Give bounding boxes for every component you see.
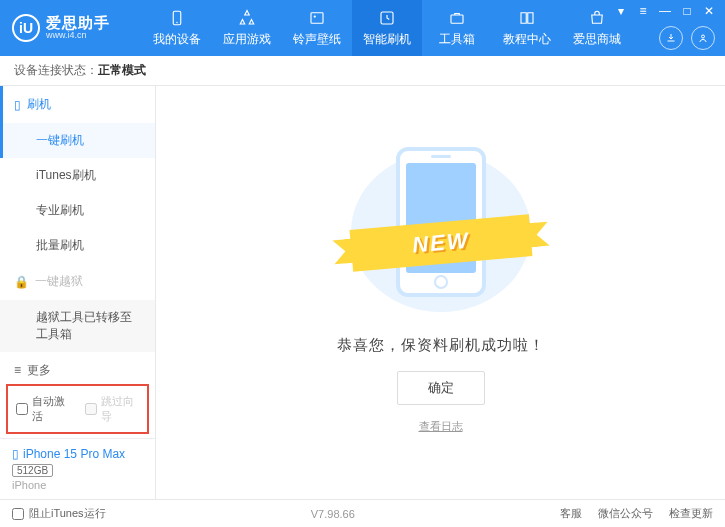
checkbox-input bbox=[85, 403, 97, 415]
svg-rect-2 bbox=[311, 13, 323, 24]
app-header: iU 爱思助手 www.i4.cn 我的设备 应用游戏 铃声壁纸 智能刷机 工具… bbox=[0, 0, 725, 56]
close-icon[interactable]: ✕ bbox=[701, 4, 717, 18]
lock-icon: 🔒 bbox=[14, 275, 29, 289]
svg-point-6 bbox=[702, 35, 705, 38]
sidebar-group-flash[interactable]: ▯ 刷机 bbox=[0, 86, 155, 123]
device-type: iPhone bbox=[12, 479, 143, 491]
device-name[interactable]: ▯ iPhone 15 Pro Max bbox=[12, 447, 143, 461]
checkbox-skip-guide[interactable]: 跳过向导 bbox=[85, 394, 140, 424]
phone-small-icon: ▯ bbox=[12, 447, 19, 461]
maximize-icon[interactable]: □ bbox=[679, 4, 695, 18]
footer-link-support[interactable]: 客服 bbox=[560, 506, 582, 521]
footer-link-update[interactable]: 检查更新 bbox=[669, 506, 713, 521]
sidebar-group-jailbreak: 🔒 一键越狱 bbox=[0, 263, 155, 300]
nav-my-device[interactable]: 我的设备 bbox=[142, 0, 212, 56]
footer-link-wechat[interactable]: 微信公众号 bbox=[598, 506, 653, 521]
sidebar-item-oneclick-flash[interactable]: 一键刷机 bbox=[0, 123, 155, 158]
highlight-box: 自动激活 跳过向导 bbox=[6, 384, 149, 434]
app-title: 爱思助手 bbox=[46, 15, 110, 32]
nav-toolbox[interactable]: 工具箱 bbox=[422, 0, 492, 56]
nav-label: 我的设备 bbox=[153, 31, 201, 48]
device-icon: ▯ bbox=[14, 98, 21, 112]
app-url: www.i4.cn bbox=[46, 31, 110, 41]
checkbox-input[interactable] bbox=[12, 508, 24, 520]
logo-area: iU 爱思助手 www.i4.cn bbox=[0, 14, 142, 42]
success-message: 恭喜您，保资料刷机成功啦！ bbox=[337, 336, 545, 355]
nav-label: 应用游戏 bbox=[223, 31, 271, 48]
view-log-link[interactable]: 查看日志 bbox=[419, 419, 463, 434]
nav-label: 铃声壁纸 bbox=[293, 31, 341, 48]
sidebar-item-batch-flash[interactable]: 批量刷机 bbox=[0, 228, 155, 263]
main-panel: NEW 恭喜您，保资料刷机成功啦！ 确定 查看日志 bbox=[156, 86, 725, 499]
nav-label: 教程中心 bbox=[503, 31, 551, 48]
sidebar-item-itunes-flash[interactable]: iTunes刷机 bbox=[0, 158, 155, 193]
nav-label: 工具箱 bbox=[439, 31, 475, 48]
svg-rect-5 bbox=[451, 15, 463, 23]
ok-button[interactable]: 确定 bbox=[397, 371, 485, 405]
device-storage: 512GB bbox=[12, 464, 53, 477]
toolbox-icon bbox=[447, 8, 467, 28]
nav-label: 智能刷机 bbox=[363, 31, 411, 48]
image-icon bbox=[307, 8, 327, 28]
status-label: 设备连接状态： bbox=[14, 62, 98, 79]
phone-icon bbox=[167, 8, 187, 28]
checkbox-input[interactable] bbox=[16, 403, 28, 415]
menu-icon: ≡ bbox=[14, 363, 21, 377]
status-bar: 设备连接状态： 正常模式 bbox=[0, 56, 725, 86]
sidebar: ▯ 刷机 一键刷机 iTunes刷机 专业刷机 批量刷机 🔒 一键越狱 越狱工具… bbox=[0, 86, 156, 499]
book-icon bbox=[517, 8, 537, 28]
checkbox-block-itunes[interactable]: 阻止iTunes运行 bbox=[12, 506, 106, 521]
device-info: ▯ iPhone 15 Pro Max 512GB iPhone bbox=[0, 438, 155, 499]
download-button[interactable] bbox=[659, 26, 683, 50]
status-value: 正常模式 bbox=[98, 62, 146, 79]
menu-icon[interactable]: ▾ bbox=[613, 4, 629, 18]
svg-point-1 bbox=[176, 22, 178, 24]
window-controls: ▾ ≡ — □ ✕ bbox=[613, 4, 717, 18]
version-text: V7.98.66 bbox=[106, 508, 560, 520]
nav-label: 爱思商城 bbox=[573, 31, 621, 48]
flash-icon bbox=[377, 8, 397, 28]
success-illustration: NEW bbox=[341, 132, 541, 312]
list-icon[interactable]: ≡ bbox=[635, 4, 651, 18]
sidebar-group-more[interactable]: ≡ 更多 bbox=[0, 352, 155, 380]
logo-icon: iU bbox=[12, 14, 40, 42]
apps-icon bbox=[237, 8, 257, 28]
user-button[interactable] bbox=[691, 26, 715, 50]
store-icon bbox=[587, 8, 607, 28]
nav-apps-games[interactable]: 应用游戏 bbox=[212, 0, 282, 56]
sidebar-item-pro-flash[interactable]: 专业刷机 bbox=[0, 193, 155, 228]
sidebar-item-jailbreak-notice[interactable]: 越狱工具已转移至工具箱 bbox=[0, 300, 155, 352]
minimize-icon[interactable]: — bbox=[657, 4, 673, 18]
nav-tutorials[interactable]: 教程中心 bbox=[492, 0, 562, 56]
svg-point-3 bbox=[314, 15, 316, 17]
ribbon-text: NEW bbox=[411, 227, 470, 258]
footer: 阻止iTunes运行 V7.98.66 客服 微信公众号 检查更新 bbox=[0, 499, 725, 527]
nav-ringtone-wallpaper[interactable]: 铃声壁纸 bbox=[282, 0, 352, 56]
nav-smart-flash[interactable]: 智能刷机 bbox=[352, 0, 422, 56]
checkbox-auto-activate[interactable]: 自动激活 bbox=[16, 394, 71, 424]
